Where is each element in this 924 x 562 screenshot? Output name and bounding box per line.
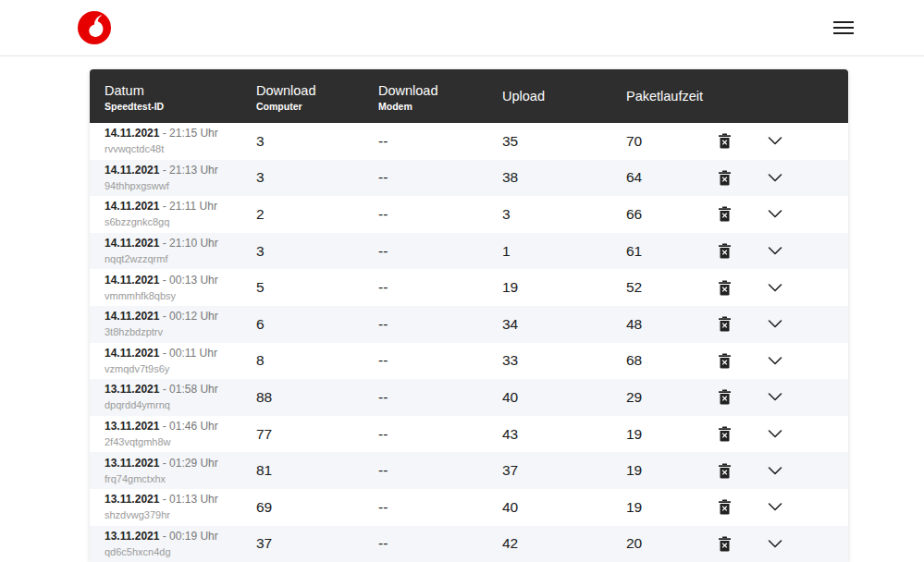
speedtest-id: dpqrdd4ymrnq (105, 398, 256, 411)
chevron-down-icon (768, 247, 782, 255)
delete-entry-button[interactable] (714, 239, 735, 263)
expand-row-button[interactable] (764, 499, 786, 515)
column-sublabel: Computer (256, 101, 378, 113)
expand-row-button[interactable] (764, 463, 786, 479)
trash-delete-icon (718, 536, 732, 552)
vodafone-logo[interactable] (78, 11, 111, 44)
expand-row-button[interactable] (764, 389, 786, 405)
test-date: 13.11.2021 (105, 457, 159, 470)
expand-row-button[interactable] (764, 133, 786, 149)
datum-cell: 13.11.2021 - 00:19 Uhr qd6c5hxcn4dg (90, 530, 256, 558)
test-date: 14.11.2021 (105, 310, 159, 323)
column-label: Download (256, 82, 378, 99)
top-navigation-bar (0, 0, 924, 56)
table-row: 13.11.2021 - 01:13 Uhr shzdvwg379hr 69 -… (90, 489, 848, 526)
speedtest-id: vmmmhfk8qbsy (105, 289, 256, 302)
chevron-down-icon (768, 467, 782, 475)
table-row: 14.11.2021 - 21:10 Uhr nqqt2wzzqrmf 3 --… (90, 233, 848, 270)
test-time: - 00:13 Uhr (163, 274, 218, 287)
expand-row-button[interactable] (764, 536, 786, 552)
menu-line (833, 32, 854, 34)
datum-cell: 14.11.2021 - 21:10 Uhr nqqt2wzzqrmf (90, 237, 256, 265)
delete-entry-button[interactable] (714, 202, 735, 226)
delete-entry-button[interactable] (714, 349, 735, 373)
vodafone-logo-icon (78, 11, 111, 44)
delete-entry-button[interactable] (714, 166, 735, 189)
test-date: 13.11.2021 (105, 420, 159, 433)
table-row: 14.11.2021 - 00:11 Uhr vzmqdv7t9s6y 8 --… (90, 343, 848, 380)
datum-cell: 13.11.2021 - 01:46 Uhr 2f43vqtgmh8w (90, 420, 256, 448)
table-row: 14.11.2021 - 00:12 Uhr 3t8hzbdzptrv 6 --… (90, 306, 848, 343)
download-computer-value: 88 (256, 389, 378, 406)
download-modem-value: -- (378, 279, 502, 296)
test-time: - 00:11 Uhr (163, 347, 217, 360)
download-modem-value: -- (378, 462, 502, 479)
speedtest-id: frq74gmctxhx (105, 472, 256, 485)
test-date: 14.11.2021 (105, 164, 159, 177)
table-body: 14.11.2021 - 21:15 Uhr rvvwqctdc48t 3 --… (90, 123, 848, 562)
chevron-down-icon (768, 540, 782, 548)
column-header-download-modem: Download Modem (378, 80, 502, 113)
speedtest-id: 2f43vqtgmh8w (105, 435, 256, 448)
expand-row-button[interactable] (764, 353, 786, 369)
delete-entry-button[interactable] (714, 129, 735, 153)
download-modem-value: -- (378, 133, 502, 150)
upload-value: 35 (502, 133, 626, 150)
trash-delete-icon (718, 353, 732, 369)
delete-entry-button[interactable] (714, 459, 735, 483)
upload-value: 42 (502, 535, 626, 552)
datum-cell: 14.11.2021 - 00:11 Uhr vzmqdv7t9s6y (90, 347, 256, 375)
table-row: 14.11.2021 - 00:13 Uhr vmmmhfk8qbsy 5 --… (90, 269, 848, 306)
download-modem-value: -- (378, 316, 502, 333)
download-computer-value: 3 (256, 133, 378, 150)
table-row: 14.11.2021 - 21:13 Uhr 94thhpxgswwf 3 --… (90, 160, 848, 197)
download-modem-value: -- (378, 243, 502, 260)
paketlaufzeit-value: 19 (626, 426, 700, 443)
paketlaufzeit-value: 52 (626, 279, 700, 296)
upload-value: 33 (502, 352, 626, 369)
test-time: - 21:13 Uhr (163, 164, 218, 177)
download-modem-value: -- (378, 352, 502, 369)
column-header-datum: Datum Speedtest-ID (90, 80, 256, 113)
download-computer-value: 69 (256, 499, 378, 516)
download-modem-value: -- (378, 426, 502, 443)
delete-entry-button[interactable] (714, 385, 735, 409)
download-computer-value: 77 (256, 426, 378, 443)
expand-row-button[interactable] (764, 316, 786, 332)
delete-entry-button[interactable] (714, 422, 735, 446)
expand-row-button[interactable] (764, 243, 786, 259)
table-row: 13.11.2021 - 01:58 Uhr dpqrdd4ymrnq 88 -… (90, 379, 848, 416)
speedtest-id: nqqt2wzzqrmf (105, 252, 256, 265)
delete-entry-button[interactable] (714, 312, 735, 336)
upload-value: 40 (502, 389, 626, 406)
speedtest-id: 3t8hzbdzptrv (105, 325, 256, 338)
speedtest-id: qd6c5hxcn4dg (105, 545, 256, 558)
trash-delete-icon (718, 206, 732, 222)
column-sublabel: Modem (378, 101, 502, 113)
datum-cell: 14.11.2021 - 21:13 Uhr 94thhpxgswwf (90, 164, 256, 192)
trash-delete-icon (718, 280, 732, 296)
expand-row-button[interactable] (764, 170, 786, 186)
datum-cell: 14.11.2021 - 00:12 Uhr 3t8hzbdzptrv (90, 310, 256, 338)
expand-row-button[interactable] (764, 206, 786, 222)
speedtest-id: s6bzzgnkc8gq (105, 215, 256, 228)
test-time: - 00:12 Uhr (163, 310, 218, 323)
expand-row-button[interactable] (764, 280, 786, 296)
delete-entry-button[interactable] (714, 495, 735, 519)
column-label: Paketlaufzeit (626, 88, 700, 104)
table-row: 14.11.2021 - 21:11 Uhr s6bzzgnkc8gq 2 --… (90, 196, 848, 233)
paketlaufzeit-value: 61 (626, 243, 700, 260)
expand-row-button[interactable] (764, 426, 786, 442)
download-modem-value: -- (378, 206, 502, 223)
speedtest-id: vzmqdv7t9s6y (105, 362, 256, 375)
datum-cell: 13.11.2021 - 01:29 Uhr frq74gmctxhx (90, 457, 256, 485)
delete-entry-button[interactable] (714, 532, 735, 556)
test-time: - 00:19 Uhr (163, 530, 218, 543)
delete-entry-button[interactable] (714, 276, 735, 299)
trash-delete-icon (718, 316, 732, 332)
upload-value: 38 (502, 169, 626, 186)
paketlaufzeit-value: 20 (626, 535, 700, 552)
hamburger-menu-icon[interactable] (833, 18, 857, 37)
test-date: 14.11.2021 (105, 347, 159, 360)
datum-cell: 13.11.2021 - 01:58 Uhr dpqrdd4ymrnq (90, 383, 256, 411)
